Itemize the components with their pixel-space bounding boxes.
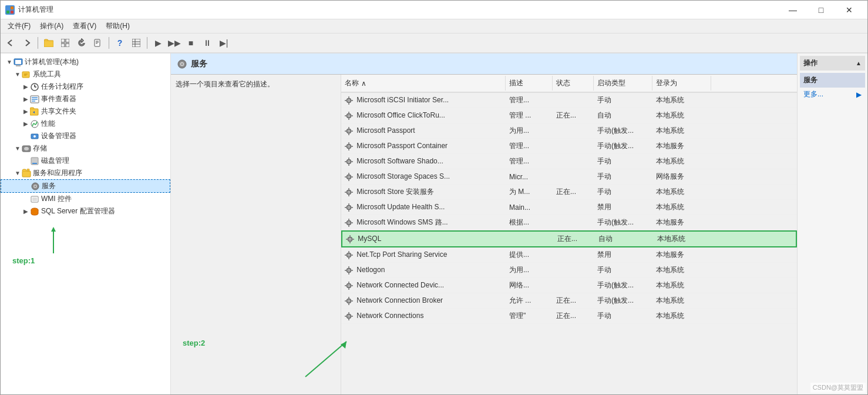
tree-storage[interactable]: ▼ 存储 — [1, 142, 170, 155]
refresh-button[interactable] — [74, 35, 89, 51]
maximize-button[interactable]: □ — [808, 1, 835, 19]
menu-file[interactable]: 文件(F) — [3, 20, 35, 32]
table-row[interactable]: Microsoft Update Health S... Main... 禁用 … — [341, 200, 797, 215]
table-row[interactable]: Microsoft Store 安装服务 为 M... 正在... 手动 本地系… — [341, 185, 797, 200]
service-desc-cell: 允许 ... — [506, 294, 553, 307]
menu-help[interactable]: 帮助(H) — [101, 20, 134, 32]
table-row[interactable]: Network Connections 管理" 正在... 手动 本地系统 — [341, 309, 797, 324]
col-status-header[interactable]: 状态 — [553, 76, 594, 91]
tree-wmi[interactable]: WMI 控件 — [1, 193, 170, 205]
list-header: 名称 ∧ 描述 状态 启动类型 登录为 — [341, 75, 797, 93]
svg-rect-9 — [95, 39, 100, 46]
svg-point-90 — [348, 176, 349, 178]
table-row[interactable]: Network Connected Devic... 网络... 手动(触发..… — [341, 278, 797, 293]
tree-device-manager[interactable]: 设备管理器 — [1, 130, 170, 142]
play-next-button[interactable]: ▶▶ — [167, 35, 182, 51]
col-name-header[interactable]: 名称 ∧ — [341, 76, 506, 91]
title-bar: 计算机管理 — □ ✕ — [1, 1, 867, 19]
menu-view[interactable]: 查看(V) — [68, 20, 101, 32]
table-row[interactable]: Microsoft iSCSI Initiator Ser... 管理... 手… — [341, 93, 797, 108]
table-row[interactable]: Microsoft Windows SMS 路... 根据... 手动(触发..… — [341, 215, 797, 230]
table-row[interactable]: Microsoft Storage Spaces S... Micr... 手动… — [341, 169, 797, 185]
toolbar-sep-2 — [109, 37, 109, 49]
gear-icon — [346, 235, 354, 243]
service-status-cell: 正在... — [553, 309, 594, 323]
svg-rect-143 — [351, 285, 353, 286]
tree-disk-mgmt[interactable]: 磁盘管理 — [1, 155, 170, 167]
forward-button[interactable] — [19, 35, 35, 51]
service-startup-cell: 手动(触发... — [594, 279, 652, 292]
service-startup-cell: 手动 — [594, 309, 652, 323]
export-button[interactable] — [90, 35, 106, 51]
menu-action[interactable]: 操作(A) — [35, 20, 68, 32]
tree-arrow-storage: ▼ — [14, 145, 22, 152]
tree-arrow-perf: ▶ — [22, 120, 30, 127]
tree-event-viewer[interactable]: ▶ 事件查看器 — [1, 93, 170, 105]
table-row[interactable]: Microsoft Office ClickToRu... 管理 ... 正在.… — [341, 108, 797, 123]
svg-rect-38 — [22, 171, 31, 177]
tree-shared-folders[interactable]: ▶ 共享文件夹 — [1, 105, 170, 118]
help-button[interactable]: ? — [112, 35, 127, 51]
tree-performance[interactable]: ▶ 性能 — [1, 118, 170, 130]
table-row[interactable]: MySQL 正在... 自动 本地系统 — [341, 230, 797, 247]
service-login-cell: 本地系统 — [652, 155, 711, 168]
service-startup-cell: 手动(触发... — [594, 139, 652, 153]
title-controls: — □ ✕ — [779, 1, 863, 19]
svg-point-104 — [348, 207, 349, 208]
svg-rect-65 — [345, 115, 346, 116]
service-list[interactable]: 名称 ∧ 描述 状态 启动类型 登录为 — [341, 75, 797, 394]
view-button[interactable] — [129, 35, 144, 51]
folder-button[interactable] — [41, 35, 56, 51]
tree-services[interactable]: 服务 — [1, 179, 170, 193]
table-row[interactable]: Network Connection Broker 允许 ... 正在... 手… — [341, 293, 797, 309]
toolbar-sep-1 — [38, 37, 38, 49]
minimize-button[interactable]: — — [779, 1, 806, 19]
service-status-cell — [553, 175, 594, 179]
svg-rect-6 — [66, 39, 69, 42]
tree-sql-server[interactable]: ▶ SQL Server 配置管理器 — [1, 205, 170, 217]
svg-rect-133 — [348, 266, 349, 268]
service-desc-cell: 管理... — [506, 155, 553, 168]
window-title: 计算机管理 — [18, 5, 53, 15]
svg-rect-87 — [351, 161, 353, 162]
service-startup-cell: 禁用 — [594, 248, 652, 262]
col-startup-header[interactable]: 启动类型 — [594, 76, 652, 91]
col-login-header[interactable]: 登录为 — [652, 76, 711, 91]
grid-button[interactable] — [58, 35, 73, 51]
gear-icon — [345, 96, 353, 105]
svg-rect-112 — [348, 219, 349, 220]
service-startup-cell: 手动(触发... — [594, 124, 652, 138]
table-row[interactable]: Microsoft Passport Container 管理... 手动(触发… — [341, 139, 797, 154]
service-login-cell: 本地系统 — [652, 93, 711, 107]
service-startup-cell: 手动(触发... — [594, 294, 652, 307]
sidebar: ▼ 计算机管理(本地) ▼ 系统工具 ▶ — [1, 53, 171, 394]
right-panel-more[interactable]: 更多... ▶ — [800, 88, 865, 101]
svg-point-146 — [348, 300, 349, 302]
play-end-button[interactable]: ▶| — [216, 35, 231, 51]
table-row[interactable]: Microsoft Passport 为用... 手动(触发... 本地系统 — [341, 123, 797, 139]
service-name-cell: Microsoft iSCSI Initiator Ser... — [341, 94, 506, 106]
svg-rect-155 — [348, 319, 349, 320]
svg-point-118 — [349, 239, 351, 240]
back-button[interactable] — [3, 35, 18, 51]
svg-rect-72 — [345, 130, 346, 132]
svg-rect-66 — [351, 115, 353, 116]
svg-point-153 — [348, 316, 349, 317]
gear-icon — [345, 112, 353, 120]
stop-button[interactable]: ■ — [183, 35, 199, 51]
service-name-cell: Net.Tcp Port Sharing Service — [341, 249, 506, 261]
service-rows-container: Microsoft iSCSI Initiator Ser... 管理... 手… — [341, 93, 797, 324]
tree-services-apps[interactable]: ▼ 服务和应用程序 — [1, 167, 170, 179]
tree-task-scheduler[interactable]: ▶ 任务计划程序 — [1, 81, 170, 93]
table-row[interactable]: Microsoft Software Shado... 管理... 手动 本地系… — [341, 154, 797, 169]
pause-button[interactable]: ⏸ — [200, 35, 215, 51]
play-button[interactable]: ▶ — [150, 35, 166, 51]
tree-system-tools[interactable]: ▼ 系统工具 — [1, 68, 170, 81]
svg-point-55 — [348, 100, 349, 101]
close-button[interactable]: ✕ — [836, 1, 863, 19]
table-row[interactable]: Net.Tcp Port Sharing Service 提供... 禁用 本地… — [341, 247, 797, 263]
tree-root[interactable]: ▼ 计算机管理(本地) — [1, 56, 170, 68]
svg-rect-99 — [348, 195, 349, 196]
table-row[interactable]: Netlogon 为用... 手动 本地系统 — [341, 263, 797, 278]
col-desc-header[interactable]: 描述 — [506, 76, 553, 91]
